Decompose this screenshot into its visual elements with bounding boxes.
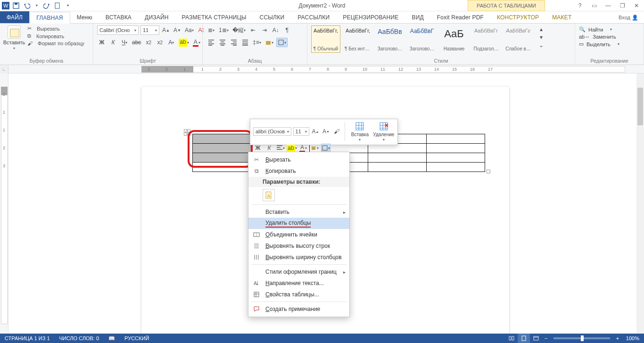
italic-button[interactable]: К: [108, 38, 118, 47]
table-cell[interactable]: [368, 163, 427, 172]
mini-shading-icon[interactable]: ▾: [310, 144, 319, 152]
vertical-ruler[interactable]: 21123: [0, 74, 8, 334]
table-cell[interactable]: [368, 153, 427, 163]
increase-indent-icon[interactable]: ⇥: [260, 25, 269, 35]
ctx-table-properties[interactable]: Свойства таблицы...: [248, 289, 349, 300]
style-item[interactable]: АаБбВвЗаголово…: [375, 25, 405, 53]
grow-font-icon[interactable]: A▲: [161, 25, 171, 35]
change-case-icon[interactable]: Aa▾: [184, 25, 195, 35]
replace-button[interactable]: ab↔Заменить: [579, 34, 619, 40]
view-web-layout-icon[interactable]: [530, 334, 542, 343]
shrink-font-icon[interactable]: A▼: [173, 25, 182, 35]
line-spacing-icon[interactable]: ‡≡▾: [252, 38, 262, 47]
zoom-out-button[interactable]: −: [542, 335, 550, 341]
select-button[interactable]: ▭Выделить ▾: [579, 41, 619, 47]
ctx-cut[interactable]: ✂Вырезать: [248, 154, 349, 165]
style-item[interactable]: АаБбВвГг,¶ Без инте…: [343, 25, 372, 53]
justify-icon[interactable]: [240, 38, 250, 47]
find-button[interactable]: 🔍Найти ▾: [579, 26, 619, 33]
ctx-insert[interactable]: Вставить▸: [248, 206, 349, 218]
close-icon[interactable]: ✕: [632, 2, 641, 9]
ribbon-display-options-icon[interactable]: ▭: [589, 2, 599, 9]
zoom-in-button[interactable]: +: [614, 335, 621, 341]
help-icon[interactable]: ?: [575, 2, 585, 9]
mini-shrink-font-icon[interactable]: A▼: [322, 127, 330, 136]
sort-icon[interactable]: A↓: [271, 25, 281, 35]
font-color-icon[interactable]: A▾: [192, 38, 201, 47]
highlight-color-icon[interactable]: ab▾: [178, 38, 190, 47]
zoom-level[interactable]: 100%: [621, 335, 644, 341]
undo-icon[interactable]: [23, 2, 30, 9]
view-read-mode-icon[interactable]: [505, 334, 518, 343]
status-word-count[interactable]: ЧИСЛО СЛОВ: 0: [55, 335, 104, 341]
redo-icon[interactable]: [43, 2, 51, 9]
status-spellcheck-icon[interactable]: 📖: [104, 335, 120, 342]
bold-button[interactable]: Ж: [97, 38, 107, 47]
tab-page-layout[interactable]: РАЗМЕТКА СТРАНИЦЫ: [175, 11, 253, 23]
table-cell[interactable]: [427, 134, 485, 144]
copy-button[interactable]: ⧉ Копировать: [27, 33, 84, 39]
multilevel-list-icon[interactable]: �縦▾: [231, 25, 247, 35]
tab-design[interactable]: ДИЗАЙН: [138, 11, 175, 23]
styles-gallery[interactable]: АаБбВвГг,¶ ОбычныйАаБбВвГг,¶ Без инте…Аа…: [311, 25, 533, 53]
tab-menu[interactable]: Меню: [70, 11, 99, 23]
decrease-indent-icon[interactable]: ⇤: [248, 25, 258, 35]
mini-bold-button[interactable]: Ж: [253, 144, 263, 152]
tab-selector[interactable]: ∟: [0, 65, 8, 74]
view-print-layout-icon[interactable]: [518, 334, 530, 343]
restore-icon[interactable]: ❐: [618, 2, 627, 9]
tab-table-design[interactable]: КОНСТРУКТОР: [490, 11, 545, 23]
styles-more-icon[interactable]: ⌄: [537, 41, 546, 49]
font-size-combo[interactable]: 11▾: [140, 25, 159, 35]
style-item[interactable]: АаБНазвание: [439, 25, 469, 53]
ctx-distribute-cols[interactable]: Выровнять ширину столбцов: [248, 252, 349, 263]
paste-button[interactable]: Вставить ▾: [4, 25, 25, 50]
qat-customize-icon[interactable]: ▾: [64, 2, 72, 9]
sign-in-link[interactable]: Вход 👤: [619, 11, 638, 24]
tab-mailings[interactable]: РАССЫЛКИ: [291, 11, 336, 23]
mini-font-size[interactable]: 11▾: [293, 127, 309, 136]
table-cell[interactable]: [427, 153, 485, 163]
tab-foxit[interactable]: Foxit Reader PDF: [430, 11, 490, 23]
style-item[interactable]: АаБбВвГЗаголово…: [407, 25, 437, 53]
ctx-distribute-rows[interactable]: Выровнять высоту строк: [248, 240, 349, 252]
mini-font-color-icon[interactable]: A▾: [298, 144, 308, 152]
vertical-scrollbar[interactable]: [636, 74, 644, 334]
align-center-icon[interactable]: [218, 38, 227, 47]
align-left-icon[interactable]: [206, 38, 216, 47]
status-page[interactable]: СТРАНИЦА 1 ИЗ 1: [0, 335, 55, 341]
new-doc-icon[interactable]: [54, 2, 61, 9]
mini-highlight-icon[interactable]: ab▾: [287, 144, 297, 152]
mini-grow-font-icon[interactable]: A▲: [311, 127, 320, 136]
table-resize-handle[interactable]: [487, 170, 490, 173]
table-cell[interactable]: [427, 163, 485, 172]
styles-scroll-up-icon[interactable]: ▴: [537, 25, 546, 33]
borders-icon[interactable]: ▾: [276, 38, 288, 47]
minimize-icon[interactable]: —: [603, 2, 613, 9]
style-item[interactable]: АаБбВвГг,¶ Обычный: [311, 25, 340, 53]
status-language[interactable]: РУССКИЙ: [120, 335, 154, 341]
tab-home[interactable]: ГЛАВНАЯ: [29, 12, 70, 24]
tab-file[interactable]: ФАЙЛ: [0, 11, 29, 23]
font-name-combo[interactable]: Calibri (Осно▾: [97, 25, 139, 35]
align-right-icon[interactable]: [229, 38, 239, 47]
mini-format-painter-icon[interactable]: 🖌: [332, 127, 341, 136]
superscript-button[interactable]: x2: [155, 38, 165, 47]
underline-button[interactable]: Ч▾: [120, 38, 129, 47]
paste-keep-formatting-icon[interactable]: A: [263, 189, 275, 201]
shading-icon[interactable]: ▾: [264, 38, 274, 47]
ctx-copy[interactable]: ⧉Копировать: [248, 165, 349, 177]
style-item[interactable]: АаБбВвГгСлабое в…: [504, 25, 533, 53]
paste-dropdown-icon[interactable]: ▾: [13, 46, 15, 50]
undo-dropdown-icon[interactable]: ▾: [33, 2, 41, 9]
mini-insert-button[interactable]: Вставка▾: [349, 121, 371, 142]
bullets-icon[interactable]: ≣▾: [206, 25, 216, 35]
mini-align-icon[interactable]: ▾: [276, 144, 285, 152]
tab-view[interactable]: ВИД: [405, 11, 430, 23]
text-effects-icon[interactable]: A▾: [166, 38, 176, 47]
table-cell[interactable]: [427, 144, 485, 153]
mini-italic-button[interactable]: К: [264, 144, 274, 152]
tab-review[interactable]: РЕЦЕНЗИРОВАНИЕ: [336, 11, 405, 23]
save-icon[interactable]: [12, 2, 20, 9]
strikethrough-button[interactable]: abc: [131, 38, 142, 47]
